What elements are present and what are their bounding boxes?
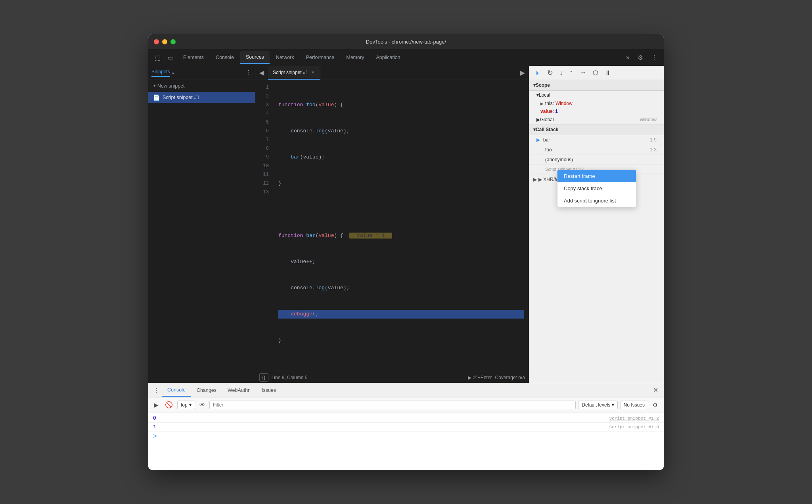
ctx-copy-stack-trace[interactable]: Copy stack trace <box>557 182 636 195</box>
code-lines: 1 2 3 4 5 6 7 8 9 10 11 12 13 <box>255 80 529 372</box>
code-line-6: function bar(value) { value = 1 <box>278 231 524 240</box>
this-val: Window <box>555 101 573 106</box>
ctx-restart-frame[interactable]: Restart frame <box>557 170 636 182</box>
frame-fn-foo: foo <box>545 147 552 153</box>
code-line-10: } <box>278 336 524 345</box>
line-num-5: 5 <box>255 118 274 127</box>
code-editor[interactable]: 1 2 3 4 5 6 7 8 9 10 11 12 13 <box>255 80 529 372</box>
sidebar-toggle-icon[interactable]: ◀ <box>255 67 268 79</box>
code-line-2: console.log(value); <box>278 127 524 136</box>
format-button[interactable]: {} <box>259 373 268 382</box>
bottom-panel-close-icon[interactable]: ✕ <box>651 385 661 395</box>
new-snippet-button[interactable]: + New snippet <box>148 80 255 92</box>
minimize-button[interactable] <box>162 39 167 44</box>
snippet-label-1: Script snippet #1 <box>163 95 199 100</box>
line-num-1: 1 <box>255 83 274 92</box>
step-button[interactable]: → <box>577 67 589 78</box>
resume-button[interactable]: ⏵ <box>532 68 543 77</box>
maximize-button[interactable] <box>170 39 176 44</box>
scope-label: Scope <box>536 82 550 88</box>
pause-button[interactable]: ⏸ <box>602 68 613 78</box>
scope-header[interactable]: ▾ Scope <box>529 80 664 91</box>
inspect-icon[interactable]: ⬚ <box>151 52 164 64</box>
devtools-window: DevTools - chrome://new-tab-page/ ⬚ ▭ El… <box>148 34 664 470</box>
cursor-position: Line 9, Column 5 <box>272 375 308 380</box>
scope-this-item[interactable]: ▶ this: Window <box>529 99 664 107</box>
close-button[interactable] <box>154 39 159 44</box>
ctx-add-to-ignore[interactable]: Add script to ignore list <box>557 195 636 207</box>
bottom-tab-issues[interactable]: Issues <box>256 384 282 396</box>
line-num-8: 8 <box>255 144 274 153</box>
tab-elements[interactable]: Elements <box>178 52 209 63</box>
call-stack-header[interactable]: ▾ Call Stack <box>529 124 664 135</box>
output-source-1[interactable]: Script snippet #1:8 <box>609 425 659 430</box>
active-frame-arrow: ▶ <box>536 137 540 143</box>
local-scope-header[interactable]: ▾ Local <box>529 91 664 99</box>
sidebar-tab-more[interactable]: » <box>172 71 174 75</box>
bottom-tab-webauthn[interactable]: WebAuthn <box>222 384 256 396</box>
console-no-issues-button[interactable]: No Issues <box>620 401 648 409</box>
console-context-selector[interactable]: top ▾ <box>177 401 195 409</box>
snippet-item-1[interactable]: 📄 Script snippet #1 <box>148 92 255 103</box>
bottom-tabs-more-icon[interactable]: ⋮ <box>151 386 162 395</box>
snippet-file-icon: 📄 <box>153 94 159 101</box>
tab-application[interactable]: Application <box>370 52 406 63</box>
global-val: Window <box>640 117 657 122</box>
global-scope-header[interactable]: ▶ Global Window <box>529 115 664 124</box>
status-bar: {} Line 9, Column 5 ▶ ⌘+Enter Coverage: … <box>255 372 529 383</box>
tab-close-icon[interactable]: × <box>310 69 315 76</box>
context-arrow: ▾ <box>189 402 192 408</box>
line-num-12: 12 <box>255 179 274 188</box>
output-value-0: 0 <box>153 415 169 421</box>
settings-icon[interactable]: ⚙ <box>634 52 646 63</box>
code-line-9: debugger; <box>278 310 524 319</box>
console-filter-input[interactable] <box>209 401 576 409</box>
more-tabs-icon[interactable]: » <box>623 52 633 63</box>
call-stack-item-anon[interactable]: (anonymous) <box>529 155 664 165</box>
line-num-6: 6 <box>255 127 274 136</box>
call-stack-item-foo[interactable]: foo 1:3 <box>529 145 664 155</box>
tab-sources[interactable]: Sources <box>240 51 270 64</box>
tab-performance[interactable]: Performance <box>301 52 340 63</box>
step-over-button[interactable]: ↻ <box>545 67 555 78</box>
console-settings-icon[interactable]: ⚙ <box>651 401 660 409</box>
frame-loc-foo: 1:3 <box>650 147 657 153</box>
sidebar-more-icon[interactable]: ⋮ <box>245 69 252 76</box>
device-icon[interactable]: ▭ <box>165 52 177 64</box>
tab-network[interactable]: Network <box>270 52 300 63</box>
run-snippet-icon[interactable]: ▶ <box>516 67 529 79</box>
step-out-button[interactable]: ↑ <box>567 67 575 78</box>
run-button[interactable]: ▶ ⌘+Enter <box>468 375 492 380</box>
console-toolbar: ▶ 🚫 top ▾ 👁 Default levels ▾ No Issues ⚙ <box>148 397 664 412</box>
output-source-0[interactable]: Script snippet #1:2 <box>609 416 659 421</box>
deactivate-button[interactable]: ⬡ <box>590 68 601 78</box>
bottom-tab-changes[interactable]: Changes <box>191 384 222 396</box>
snippets-tab-label[interactable]: Snippets <box>151 69 170 77</box>
bottom-tab-console[interactable]: Console <box>162 384 191 397</box>
context-label: top <box>181 402 188 408</box>
editor-area: ◀ Script snippet #1 × ▶ 1 2 3 4 5 6 <box>255 66 529 383</box>
console-eye-icon[interactable]: 👁 <box>197 401 207 409</box>
value-key: value <box>540 109 553 114</box>
main-tabs-right: » ⚙ ⋮ <box>623 52 661 63</box>
more-options-icon[interactable]: ⋮ <box>648 52 661 63</box>
editor-tab-snippet1[interactable]: Script snippet #1 × <box>268 66 320 80</box>
xhr-arrow: ▶ <box>533 177 537 182</box>
context-menu: Restart frame Copy stack trace Add scrip… <box>557 170 636 207</box>
scope-section: ▾ Scope ▾ Local ▶ this: Window value: 1 <box>529 80 664 383</box>
tab-memory[interactable]: Memory <box>341 52 370 63</box>
line-num-4: 4 <box>255 109 274 118</box>
line-numbers: 1 2 3 4 5 6 7 8 9 10 11 12 13 <box>255 80 274 372</box>
console-prompt[interactable]: > <box>148 431 664 442</box>
right-panel: ⏵ ↻ ↓ ↑ → ⬡ ⏸ ▾ Scope ▾ Local <box>529 66 664 383</box>
call-stack-item-bar[interactable]: ▶ bar 1:9 <box>529 135 664 145</box>
console-clear-icon[interactable]: 🚫 <box>163 400 175 410</box>
global-arrow: ▶ <box>536 117 540 122</box>
call-stack-label: Call Stack <box>536 127 558 132</box>
tab-console[interactable]: Console <box>210 52 239 63</box>
step-into-button[interactable]: ↓ <box>557 67 565 78</box>
console-run-icon[interactable]: ▶ <box>152 401 161 409</box>
editor-tab-label: Script snippet #1 <box>273 70 308 75</box>
local-label: Local <box>539 92 550 98</box>
console-levels-button[interactable]: Default levels ▾ <box>578 401 617 409</box>
